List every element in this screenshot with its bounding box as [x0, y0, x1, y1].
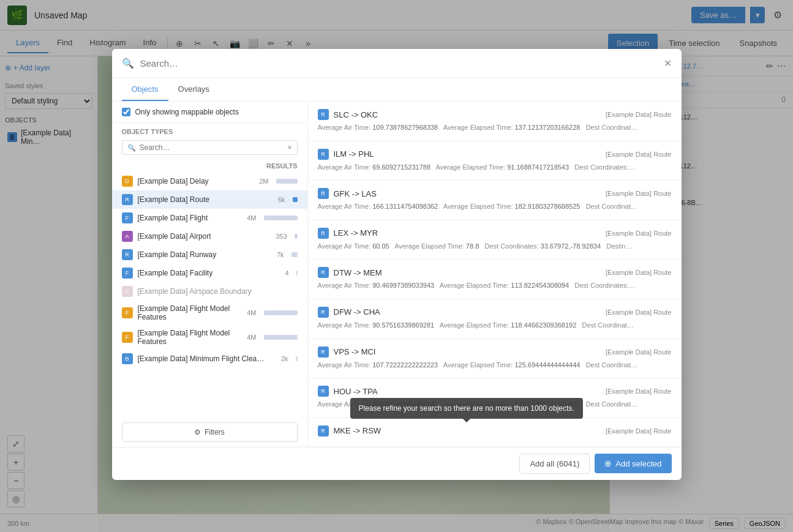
object-types-label: OBJECT TYPES	[112, 123, 307, 138]
result-title: HOU -> TPA	[334, 387, 601, 396]
type-count-airport: 353	[276, 233, 287, 240]
filters-button[interactable]: ⚙ Filters	[122, 422, 298, 442]
add-all-button[interactable]: Add all (6041)	[519, 454, 590, 474]
result-type-label: [Example Data] Route	[606, 348, 672, 356]
type-count-runway: 7k	[277, 251, 284, 258]
result-icon: R	[318, 347, 329, 358]
type-bar-delay	[276, 179, 298, 184]
add-selected-label: Add selected	[615, 459, 661, 468]
modal-close-button[interactable]: ×	[664, 56, 672, 70]
result-title: DFW -> CHA	[334, 307, 601, 317]
type-search: 🔍 ×	[122, 140, 298, 155]
type-item-min-flight[interactable]: B [Example Data] Minimum Flight Clea… 2k	[112, 350, 307, 368]
type-icon-airport: A	[122, 231, 133, 242]
type-bar-route	[293, 197, 298, 202]
type-item-flight[interactable]: F [Example Data] Flight 4M	[112, 209, 307, 227]
modal-footer-area: Please refine your search so there are n…	[112, 447, 682, 480]
result-title: LEX -> MYR	[334, 228, 601, 238]
type-icon-facility: F	[122, 268, 133, 279]
type-label-facility: [Example Data] Facility	[138, 269, 280, 277]
result-item-dtw-mem[interactable]: R DTW -> MEM [Example Data] Route Averag…	[308, 260, 682, 299]
result-title: ILM -> PHL	[334, 149, 601, 159]
type-bar-flight-model-1	[264, 310, 298, 315]
type-item-route[interactable]: R [Example Data] Route 6k	[112, 190, 307, 209]
result-type-label: [Example Data] Route	[606, 269, 672, 276]
result-header: R HOU -> TPA [Example Data] Route	[318, 386, 672, 397]
type-item-airport[interactable]: A [Example Data] Airport 353	[112, 227, 307, 245]
type-label-min-flight: [Example Data] Minimum Flight Clea…	[138, 354, 276, 363]
result-header: R ILM -> PHL [Example Data] Route	[318, 149, 672, 160]
type-bar-runway	[291, 252, 298, 257]
result-header: R VPS -> MCI [Example Data] Route	[318, 347, 672, 358]
type-search-clear-icon[interactable]: ×	[287, 143, 291, 152]
type-icon-airspace: A	[122, 286, 133, 297]
modal-footer: Add all (6041) ⊕ Add selected	[112, 447, 682, 480]
type-icon-delay: D	[122, 176, 133, 187]
modal-body: Only showing mappable objects OBJECT TYP…	[112, 102, 682, 447]
result-item-slc-okc[interactable]: R SLC -> OKC [Example Data] Route Averag…	[308, 102, 682, 141]
type-item-delay[interactable]: D [Example Data] Delay 2M	[112, 172, 307, 190]
type-item-flight-model-2[interactable]: F [Example Data] Flight Model Features 4…	[112, 325, 307, 350]
result-icon: R	[318, 267, 329, 278]
result-attrs: Average Air Time: 90.46997389033943 Aver…	[318, 280, 672, 291]
result-attrs: Average Air Time: 166.13114754098362 Ave…	[318, 201, 672, 212]
type-count-flight-model-1: 4M	[247, 309, 256, 317]
result-icon: R	[318, 188, 329, 199]
add-selected-button[interactable]: ⊕ Add selected	[595, 454, 671, 473]
type-item-runway[interactable]: R [Example Data] Runway 7k	[112, 245, 307, 264]
type-item-flight-model-1[interactable]: F [Example Data] Flight Model Features 4…	[112, 301, 307, 325]
result-header: R LEX -> MYR [Example Data] Route	[318, 228, 672, 239]
type-item-facility[interactable]: F [Example Data] Facility 4	[112, 264, 307, 282]
result-icon: R	[318, 228, 329, 239]
type-label-flight-model-2: [Example Data] Flight Model Features	[138, 329, 242, 346]
result-type-label: [Example Data] Route	[606, 111, 672, 118]
result-header: R SLC -> OKC [Example Data] Route	[318, 109, 672, 120]
result-type-label: [Example Data] Route	[606, 427, 672, 435]
result-icon: R	[318, 425, 329, 436]
mappable-checkbox[interactable]	[122, 108, 130, 116]
result-title: VPS -> MCI	[334, 347, 601, 356]
result-icon: R	[318, 307, 329, 318]
mappable-label: Only showing mappable objects	[135, 108, 239, 116]
result-title: MKE -> RSW	[334, 426, 601, 435]
result-item-ilm-phl[interactable]: R ILM -> PHL [Example Data] Route Averag…	[308, 141, 682, 181]
result-item-lex-myr[interactable]: R LEX -> MYR [Example Data] Route Averag…	[308, 220, 682, 260]
result-icon: R	[318, 149, 329, 160]
result-item-dfw-cha[interactable]: R DFW -> CHA [Example Data] Route Averag…	[308, 299, 682, 339]
mappable-checkbox-row: Only showing mappable objects	[112, 102, 307, 123]
result-header: R MKE -> RSW [Example Data] Route	[318, 425, 672, 436]
result-item-gfk-las[interactable]: R GFK -> LAS [Example Data] Route Averag…	[308, 181, 682, 220]
type-label-airport: [Example Data] Airport	[138, 232, 271, 241]
modal-tab-objects[interactable]: Objects	[122, 78, 168, 101]
modal-search-input[interactable]	[140, 58, 658, 69]
results-label: RESULTS	[266, 162, 298, 170]
result-header: R DTW -> MEM [Example Data] Route	[318, 267, 672, 278]
type-count-flight: 4M	[247, 214, 256, 222]
result-attrs: Average Air Time: 69.6092715231788 Avera…	[318, 162, 672, 173]
type-icon-flight-model-2: F	[122, 332, 133, 343]
add-selected-icon: ⊕	[604, 459, 612, 468]
result-attrs: Average Air Time: 109.73878627968338 Ave…	[318, 122, 672, 133]
result-item-mke-rsw[interactable]: R MKE -> RSW [Example Data] Route	[308, 418, 682, 447]
modal-tabs: Objects Overlays	[112, 78, 682, 102]
modal-tab-overlays[interactable]: Overlays	[168, 78, 219, 101]
result-attrs: Average Air Time: 90.57516339869281 Aver…	[318, 320, 672, 331]
modal-overlay: 🔍 × Objects Overlays Only showing mappab…	[0, 0, 793, 532]
type-search-input[interactable]	[140, 143, 284, 152]
type-item-airspace[interactable]: A [Example Data] Airspace Boundary	[112, 282, 307, 301]
result-item-vps-mci[interactable]: R VPS -> MCI [Example Data] Route Averag…	[308, 339, 682, 379]
result-header: R DFW -> CHA [Example Data] Route	[318, 307, 672, 318]
results-header: RESULTS	[112, 160, 307, 172]
type-bar-airport	[295, 234, 298, 239]
result-type-label: [Example Data] Route	[606, 151, 672, 158]
type-label-airspace: [Example Data] Airspace Boundary	[138, 287, 298, 296]
type-bar-flight	[264, 215, 298, 220]
type-label-flight-model-1: [Example Data] Flight Model Features	[138, 304, 242, 321]
type-label-runway: [Example Data] Runway	[138, 250, 272, 259]
type-icon-flight: F	[122, 212, 133, 223]
type-count-facility: 4	[285, 269, 288, 277]
refine-search-tooltip: Please refine your search so there are n…	[350, 398, 582, 419]
type-count-flight-model-2: 4M	[247, 334, 256, 341]
type-icon-min-flight: B	[122, 353, 133, 364]
type-count-route: 6k	[278, 196, 285, 203]
